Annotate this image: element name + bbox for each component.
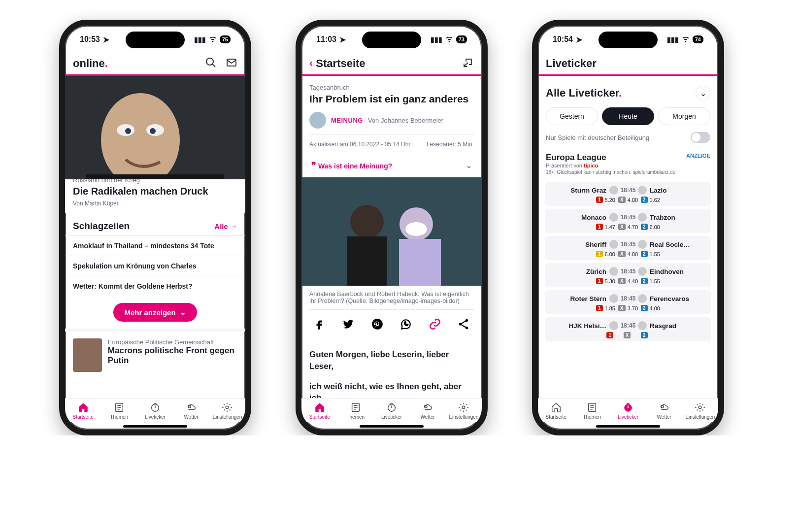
nav-wetter[interactable]: Wetter (410, 399, 446, 422)
seg-tomorrow[interactable]: Morgen (658, 107, 710, 125)
odd-home[interactable]: 15.30 (596, 278, 615, 284)
nav-home[interactable]: Startseite (538, 399, 574, 422)
twitter-icon[interactable] (342, 318, 355, 332)
home-badge-icon (609, 240, 618, 249)
search-icon[interactable] (205, 57, 217, 70)
opinion-explainer[interactable]: ❞ Was ist eine Meinung? ⌄ (309, 154, 474, 177)
nav-home[interactable]: Startseite (301, 399, 337, 422)
share-row (309, 310, 474, 340)
share-icon[interactable] (462, 57, 474, 70)
nav-themen[interactable]: Themen (337, 399, 373, 422)
dynamic-island (598, 32, 658, 48)
teaser-card[interactable]: Europäische Politische Gemeinschaft Macr… (65, 329, 245, 379)
link-icon[interactable] (429, 318, 441, 332)
odd-away[interactable]: 21.62 (641, 197, 660, 203)
odd-draw[interactable]: X4.40 (618, 278, 638, 284)
nav-einstellungen[interactable]: Einstellungen (209, 399, 245, 422)
away-badge-icon (638, 240, 647, 249)
pinterest-icon[interactable] (371, 318, 384, 332)
gambling-disclaimer: 18+. Glücksspiel kann süchtig machen. sp… (538, 169, 718, 179)
app-header: online (65, 52, 245, 76)
nav-themen[interactable]: Themen (574, 399, 610, 422)
nav-home[interactable]: Startseite (65, 399, 101, 422)
nav-wetter[interactable]: Wetter (173, 399, 209, 422)
home-team: HJK Helsi… (550, 322, 609, 330)
back-button[interactable]: ‹ (309, 57, 313, 70)
match-row[interactable]: HJK Helsi… 18:45 Rasgrad 1 X 2 (545, 317, 711, 341)
match-row[interactable]: Sheriff 18:45 Real Socie… 16.00 X4.00 21… (545, 236, 711, 260)
odd-away[interactable]: 24.00 (641, 305, 660, 311)
location-icon: ➤ (576, 35, 582, 44)
home-team: Roter Stern (550, 295, 609, 302)
chevron-down-icon: ⌄ (466, 162, 472, 169)
away-team: Real Socie… (647, 241, 706, 248)
show-more-button[interactable]: Mehr anzeigen ⌄ (113, 303, 197, 322)
away-team: Trabzon (647, 214, 706, 221)
nav-wetter[interactable]: Wetter (646, 399, 682, 422)
nav-liveticker[interactable]: Liveticker (137, 399, 173, 422)
headline-item[interactable]: Wetter: Kommt der Goldene Herbst? (65, 276, 245, 296)
match-row[interactable]: Monaco 18:45 Trabzon 11.47 X4.70 26.00 (545, 209, 711, 233)
svg-point-49 (699, 406, 702, 409)
match-row[interactable]: Roter Stern 18:45 Ferencvaros 11.85 X3.7… (545, 290, 711, 314)
whatsapp-icon[interactable] (399, 318, 412, 332)
odd-away[interactable]: 26.00 (641, 224, 660, 230)
brand-title: online (73, 57, 108, 70)
signal-icon: ▮▮▮ (667, 35, 679, 43)
odd-away[interactable]: 21.55 (641, 278, 660, 284)
weather-icon (186, 402, 197, 413)
phone-article: 11:03 ➤ ▮▮▮ 73 ‹ Startseite Tagesanbruch… (296, 20, 488, 435)
odd-home[interactable]: 15.20 (596, 197, 615, 203)
away-team: Ferencvaros (647, 295, 706, 302)
facebook-icon[interactable] (313, 318, 326, 332)
mail-icon[interactable] (226, 57, 237, 70)
odd-draw[interactable]: X3.70 (618, 305, 638, 311)
odd-draw[interactable]: X (624, 332, 633, 338)
home-team: Monaco (550, 214, 609, 221)
hero-image[interactable] (65, 76, 245, 179)
headline-item[interactable]: Spekulation um Krönung von Charles (65, 256, 245, 276)
headline-item[interactable]: Amoklauf in Thailand – mindestens 34 Tot… (65, 235, 245, 256)
share-generic-icon[interactable] (457, 318, 470, 332)
nav-einstellungen[interactable]: Einstellungen (682, 399, 718, 422)
stopwatch-icon (623, 402, 633, 413)
reading-time: Lesedauer: 5 Min. (427, 141, 474, 148)
expand-button[interactable]: ⌄ (696, 86, 710, 100)
phone-liveticker: 10:54 ➤ ▮▮▮ 74 Liveticker Alle Liveticke… (532, 20, 724, 435)
odd-draw[interactable]: X4.70 (618, 224, 638, 230)
home-indicator (123, 425, 187, 428)
odd-home[interactable]: 11.85 (596, 305, 615, 311)
odd-draw[interactable]: X4.00 (618, 251, 638, 257)
nav-einstellungen[interactable]: Einstellungen (446, 399, 482, 422)
odd-home[interactable]: 1 (606, 332, 615, 338)
home-badge-icon (609, 294, 618, 303)
nav-liveticker[interactable]: Liveticker (610, 399, 646, 422)
headlines-all-link[interactable]: Alle → (214, 222, 237, 231)
svg-line-31 (462, 325, 466, 327)
odd-away[interactable]: 2 (641, 332, 650, 338)
match-row[interactable]: Sturm Graz 18:45 Lazio 15.20 X4.00 21.62 (545, 182, 711, 206)
match-row[interactable]: Zürich 18:45 Eindhoven 15.30 X4.40 21.55 (545, 263, 711, 287)
author-avatar (309, 112, 326, 129)
seg-today[interactable]: Heute (602, 107, 654, 125)
svg-rect-24 (347, 236, 387, 286)
svg-point-7 (125, 128, 131, 134)
nav-liveticker[interactable]: Liveticker (373, 399, 409, 422)
odd-away[interactable]: 21.55 (641, 251, 660, 257)
home-icon (551, 402, 562, 413)
teaser-thumb (73, 338, 102, 372)
article-tag: Tagesanbruch (309, 84, 474, 91)
day-segmented-control: Gestern Heute Morgen (538, 107, 718, 132)
seg-yesterday[interactable]: Gestern (546, 107, 598, 125)
header-title[interactable]: Startseite (316, 57, 365, 70)
wifi-icon (445, 35, 453, 44)
german-only-toggle[interactable] (691, 132, 710, 143)
svg-rect-9 (86, 174, 224, 179)
gear-icon (458, 402, 469, 413)
headlines-heading: Schlagzeilen (73, 221, 130, 232)
kickoff-time: 18:45 (618, 241, 638, 248)
odd-home[interactable]: 11.47 (596, 224, 615, 230)
odd-draw[interactable]: X4.00 (618, 197, 638, 203)
odd-home[interactable]: 16.00 (596, 251, 615, 257)
nav-themen[interactable]: Themen (101, 399, 137, 422)
